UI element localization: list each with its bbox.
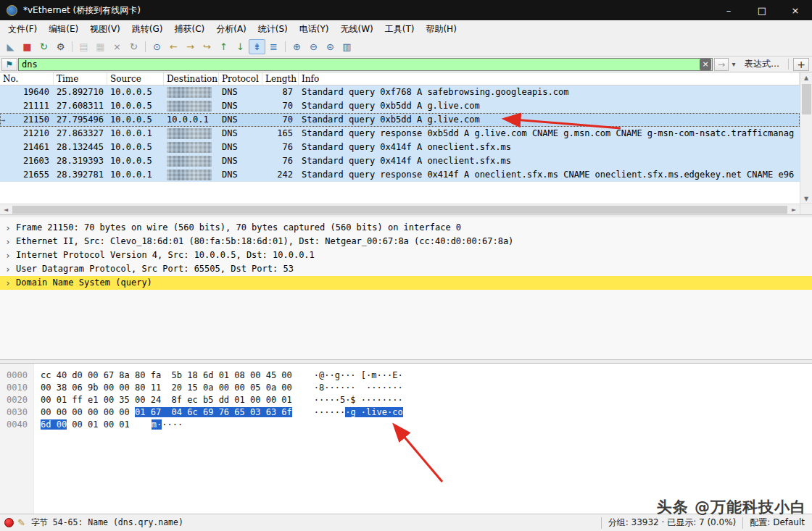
cell-destination [164, 141, 219, 154]
reload-file-icon[interactable]: ↻ [125, 39, 142, 54]
menu-item-help[interactable]: 帮助(H) [420, 20, 462, 38]
cell-no: 21655 [0, 168, 54, 182]
hex-row[interactable]: 0000cc 40 d0 00 67 8a 80 fa 5b 18 6d 01 … [0, 369, 812, 382]
menu-item-file[interactable]: 文件(F) [2, 20, 43, 38]
packet-row[interactable]: 2121027.86332710.0.0.1DNS165Standard que… [0, 127, 800, 141]
detail-text: Domain Name System (query) [16, 277, 152, 288]
column-header-no[interactable]: No. [0, 72, 54, 85]
cell-source: 10.0.0.5 [107, 141, 164, 154]
cell-info: Standard query 0xf768 A safebrowsing.goo… [299, 85, 800, 99]
cell-protocol: DNS [219, 113, 262, 127]
stop-capture-icon[interactable]: ■ [19, 39, 36, 54]
go-top-icon[interactable]: ↑ [215, 39, 232, 54]
open-file-icon[interactable]: ▤ [75, 39, 92, 54]
go-bottom-icon[interactable]: ↓ [232, 39, 249, 54]
vertical-scrollbar[interactable]: ▲ ▼ [800, 72, 812, 204]
packet-row[interactable]: 2165528.39278110.0.0.1DNS242Standard que… [0, 168, 800, 182]
column-header-destination[interactable]: Destination [164, 72, 219, 85]
menu-item-tools[interactable]: 工具(T) [379, 20, 420, 38]
zoom-in-icon[interactable]: ⊕ [289, 39, 305, 54]
colorize-icon[interactable]: ≣ [265, 39, 282, 54]
horizontal-scrollbar[interactable]: ◄ ► [0, 204, 812, 214]
close-file-icon[interactable]: × [109, 39, 125, 54]
packet-row[interactable]: 2160328.31939310.0.0.5DNS76Standard quer… [0, 154, 800, 168]
detail-text: User Datagram Protocol, Src Port: 65505,… [16, 264, 294, 274]
capture-comment-icon[interactable]: ✎ [17, 517, 25, 528]
column-header-time[interactable]: Time [54, 72, 107, 85]
cell-time: 25.892710 [54, 85, 107, 99]
apply-filter-button[interactable]: → [714, 58, 729, 71]
resize-columns-icon[interactable]: ▥ [339, 39, 355, 54]
hex-row[interactable]: 00406d 00 00 01 00 01m····· [0, 419, 812, 431]
detail-line[interactable]: ›Domain Name System (query) [0, 276, 812, 290]
hex-row[interactable]: 002000 01 ff e1 00 35 00 24 8f ec b5 dd … [0, 394, 812, 406]
go-forward-icon[interactable]: → [182, 39, 199, 54]
filter-dropdown-icon[interactable]: ▾ [729, 60, 739, 68]
maximize-button[interactable]: □ [745, 0, 779, 20]
menu-item-view[interactable]: 视图(V) [84, 20, 126, 38]
column-header-source[interactable]: Source [107, 72, 164, 85]
filter-bookmark-button[interactable]: ⚑ [1, 58, 17, 71]
packet-row[interactable]: 1964025.89271010.0.0.5DNS87Standard quer… [0, 85, 800, 99]
expander-icon[interactable]: › [5, 248, 11, 262]
find-packet-icon[interactable]: ⊙ [149, 39, 165, 54]
menu-item-telephony[interactable]: 电话(Y) [294, 20, 335, 38]
expert-info-icon[interactable] [4, 518, 14, 527]
detail-line[interactable]: ›Ethernet II, Src: Clevo_18:6d:01 (80:fa… [0, 235, 812, 248]
selected-field-info: 字节 54-65: Name (dns.qry.name) [31, 517, 183, 528]
detail-line[interactable]: ›Internet Protocol Version 4, Src: 10.0.… [0, 248, 812, 262]
scroll-up-icon[interactable]: ▲ [800, 72, 812, 83]
detail-line[interactable]: ›User Datagram Protocol, Src Port: 65505… [0, 262, 812, 276]
packet-row[interactable]: 2146128.13244510.0.0.5DNS76Standard quer… [0, 141, 800, 154]
scroll-down-icon[interactable]: ▼ [800, 193, 812, 204]
cell-time: 28.132445 [54, 141, 107, 154]
expander-icon[interactable]: › [5, 276, 11, 290]
hex-row[interactable]: 001000 38 06 9b 00 00 80 11 20 15 0a 00 … [0, 382, 812, 394]
column-header-length[interactable]: Length [262, 72, 299, 85]
minimize-button[interactable]: – [712, 0, 745, 20]
menu-item-analyze[interactable]: 分析(A) [210, 20, 252, 38]
menu-item-statistics[interactable]: 统计(S) [252, 20, 294, 38]
censored-destination [167, 87, 212, 98]
scrollbar-corner [800, 204, 812, 214]
expander-icon[interactable]: › [5, 221, 11, 235]
column-header-protocol[interactable]: Protocol [219, 72, 262, 85]
go-to-packet-icon[interactable]: ↪ [199, 39, 215, 54]
profile-selector[interactable]: 配置: Default [750, 517, 805, 529]
go-back-icon[interactable]: ← [165, 39, 182, 54]
add-filter-button[interactable]: + [793, 58, 809, 71]
hex-row[interactable]: 003000 00 00 00 00 00 01 67 04 6c 69 76 … [0, 406, 812, 419]
cell-no: 21603 [0, 154, 54, 168]
cell-source: 10.0.0.5 [107, 85, 164, 99]
expander-icon[interactable]: › [5, 235, 11, 248]
zoom-100-icon[interactable]: ⊜ [322, 39, 339, 54]
packet-row[interactable]: 2115027.79549610.0.0.510.0.0.1DNS70Stand… [0, 113, 800, 127]
hscrollbar-thumb[interactable] [12, 206, 787, 214]
scroll-left-icon[interactable]: ◄ [0, 206, 12, 213]
close-button[interactable]: × [779, 0, 812, 20]
column-header-info[interactable]: Info [299, 72, 800, 85]
cell-info: Standard query 0xb5dd A g.live.com [299, 113, 800, 127]
expander-icon[interactable]: › [5, 262, 11, 276]
detail-line[interactable]: ›Frame 21150: 70 bytes on wire (560 bits… [0, 221, 812, 235]
cell-source: 10.0.0.5 [107, 99, 164, 113]
expression-button[interactable]: 表达式… [739, 58, 785, 70]
display-filter-input[interactable] [19, 59, 700, 70]
scroll-right-icon[interactable]: ► [788, 206, 800, 213]
restart-capture-icon[interactable]: ↻ [36, 39, 52, 54]
start-capture-icon[interactable]: ◣ [2, 39, 19, 54]
auto-scroll-icon[interactable]: ⇟ [249, 39, 265, 54]
menu-item-edit[interactable]: 编辑(E) [43, 20, 84, 38]
clear-filter-icon[interactable]: × [700, 59, 711, 70]
menu-item-capture[interactable]: 捕获(C) [168, 20, 210, 38]
scrollbar-thumb[interactable] [802, 84, 811, 114]
packet-row[interactable]: 2111127.60831110.0.0.5DNS70Standard quer… [0, 99, 800, 113]
detail-text: Frame 21150: 70 bytes on wire (560 bits)… [16, 222, 461, 233]
capture-options-icon[interactable]: ⚙ [52, 39, 69, 54]
cell-time: 28.392781 [54, 168, 107, 182]
window-title: *vEthernet (桥接到有线网卡) [23, 4, 712, 17]
menu-item-wireless[interactable]: 无线(W) [334, 20, 378, 38]
zoom-out-icon[interactable]: ⊖ [305, 39, 322, 54]
menu-item-go[interactable]: 跳转(G) [126, 20, 169, 38]
save-file-icon[interactable]: ▦ [92, 39, 109, 54]
